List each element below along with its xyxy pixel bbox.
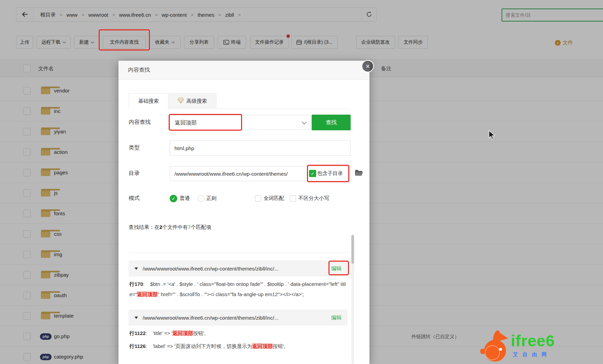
result-file-path: /www/wwwroot/www.ifree6.cn/wp-content/th… (143, 266, 279, 272)
mode-label: 模式 (129, 195, 140, 202)
search-results-list: /www/wwwroot/www.ifree6.cn/wp-content/th… (129, 261, 347, 362)
content-search-select[interactable]: 返回顶部 (170, 115, 312, 130)
radio-normal-label: 普通 (180, 195, 190, 202)
site-watermark: ifree6 艾自由网 (479, 330, 581, 364)
search-result-2: /www/wwwroot/www.ifree6.cn/wp-content/th… (129, 310, 347, 355)
checkbox-whole-word[interactable] (255, 195, 261, 202)
line-number: 行170 (129, 281, 143, 287)
chevron-down-icon (302, 120, 307, 125)
result-matches: 行1122: 'title' => '返回顶部按钮',行1126: 'label… (129, 325, 347, 355)
summary-suffix: 个匹配项 (191, 224, 211, 230)
radio-regex-label: 正则 (206, 195, 216, 202)
result-file-bar[interactable]: /www/wwwroot/www.ifree6.cn/wp-content/th… (129, 261, 347, 276)
result-matches: 行170: $btn .= '<a' . $style . ' class="f… (129, 276, 347, 303)
highlight-keyword: 返回顶部 (172, 330, 193, 336)
file-type-input[interactable] (170, 141, 351, 156)
tab-label: 基础搜索 (138, 98, 159, 104)
code-text: " href="' . $scrollTo . '"><i class="fa … (157, 291, 304, 297)
collapse-arrow-icon (135, 267, 138, 270)
edit-link[interactable]: 编辑 (331, 315, 341, 321)
include-subdir-label: 包含子目录 (317, 170, 343, 177)
case-insensitive-label: 不区分大小写 (298, 195, 329, 202)
summary-match-count: 7 (188, 224, 191, 230)
tab-label: 高级搜索 (186, 98, 207, 104)
result-file-bar[interactable]: /www/wwwroot/www.ifree6.cn/wp-content/th… (129, 310, 347, 325)
brand-name: ifree6 (511, 332, 555, 350)
modal-title: 内容查找 (128, 67, 150, 74)
line-number: 行1122 (129, 330, 146, 336)
radio-regex-mode[interactable] (198, 195, 205, 202)
modal-header: 内容查找 (118, 61, 369, 80)
collapse-arrow-icon (135, 317, 138, 319)
radio-normal-mode[interactable]: ✓ (170, 195, 177, 202)
folder-picker-icon[interactable] (355, 170, 363, 178)
content-search-modal: 内容查找 × 基础搜索 高级搜索 内容查找 返回顶部 查找 类型 目录 ✓ (118, 61, 369, 364)
tab-bar: 基础搜索 高级搜索 (129, 93, 351, 109)
highlight-keyword: 返回顶部 (137, 291, 157, 297)
brand-subtitle: 艾自由网 (513, 351, 551, 358)
result-file-path: /www/wwwroot/www.ifree6.cn/wp-content/th… (143, 315, 279, 321)
summary-middle: 个文件中有 (162, 224, 188, 230)
code-text: 按钮', (273, 343, 285, 349)
tab-advanced-search[interactable]: 高级搜索 (168, 93, 216, 109)
code-text: 'title' => ' (147, 330, 172, 336)
code-text: 'label' => '页面滚动到下方时候，切换显示为 (147, 343, 252, 349)
match-line: 行1122: 'title' => '返回顶部按钮', (129, 328, 346, 338)
results-scrollbar[interactable] (351, 234, 354, 364)
directory-label: 目录 (129, 170, 140, 177)
line-number: 行1126 (129, 343, 146, 349)
highlight-keyword: 返回顶部 (252, 343, 273, 349)
rabbit-logo-icon (479, 359, 510, 364)
file-type-label: 类型 (129, 144, 140, 151)
checkmark-icon: ✓ (309, 170, 316, 177)
content-search-label: 内容查找 (129, 119, 151, 126)
code-text: 按钮', (193, 330, 206, 336)
scrollbar-thumb[interactable] (351, 235, 354, 264)
diamond-icon (178, 98, 184, 104)
match-line: 行1126: 'label' => '页面滚动到下方时候，切换显示为返回顶部按钮… (129, 341, 346, 351)
edit-link[interactable]: 编辑 (331, 265, 341, 272)
checkbox-case-insensitive[interactable] (290, 195, 296, 202)
search-result-summary: 查找结果：在2个文件中有7个匹配项 (129, 224, 211, 231)
search-submit-button[interactable]: 查找 (312, 115, 351, 130)
content-search-value: 返回顶部 (175, 119, 197, 127)
close-button[interactable]: × (362, 60, 374, 72)
tab-basic-search[interactable]: 基础搜索 (129, 93, 168, 109)
include-subdir-checkbox[interactable]: ✓ 包含子目录 (309, 170, 343, 177)
close-icon: × (366, 62, 370, 70)
search-result-1: /www/wwwroot/www.ifree6.cn/wp-content/th… (129, 261, 347, 303)
match-line: 行170: $btn .= '<a' . $style . ' class="f… (129, 279, 346, 300)
whole-word-label: 全词匹配 (264, 195, 284, 202)
summary-prefix: 查找结果：在 (129, 224, 159, 230)
divider (129, 252, 351, 253)
